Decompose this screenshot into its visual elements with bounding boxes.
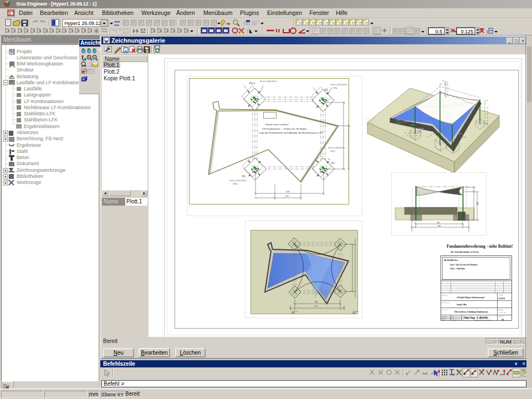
svg-text:520: 520 — [314, 305, 318, 308]
svg-text:PROJEKT :: PROJEKT : — [442, 295, 449, 296]
svg-text:Köcher 0,45/0,45/0,5 t: Köcher 0,45/0,45/0,5 t — [330, 84, 347, 86]
svg-text:bearbeitet: bearbeitet — [442, 318, 447, 319]
svg-text:Anfang: Anfang — [498, 294, 503, 296]
svg-text:Segel - Typ1 (Ferrari 502,: Segel - Typ1 (Ferrari 502, Batyline) — [450, 264, 478, 266]
svg-text:12/013: 12/013 — [498, 297, 505, 300]
svg-text:4-Punkt Hypar Schattensegel: 4-Punkt Hypar Schattensegel — [457, 296, 485, 299]
svg-text:?: ? — [257, 19, 259, 23]
svg-text:Ø35: Ø35 — [291, 312, 295, 314]
svg-text:Ø35: Ø35 — [252, 171, 256, 173]
svg-text:F1: F1 — [325, 88, 328, 91]
svg-text:Köcher 0,45/0,45/0,5 t: Köcher 0,45/0,45/0,5 t — [328, 147, 345, 149]
svg-text:Köcher 0,45/0,45/0,5 t: Köcher 0,45/0,45/0,5 t — [260, 80, 277, 83]
svg-text:F1: F1 — [328, 158, 330, 161]
svg-text:Ø35: Ø35 — [352, 312, 356, 314]
svg-text:Stadt Villa: Stadt Villa — [457, 303, 467, 306]
svg-text:gezeichnet: gezeichnet — [442, 316, 447, 317]
svg-text:26.09.12: 26.09.12 — [452, 319, 457, 320]
svg-text:mP0g: mP0g — [332, 87, 337, 89]
svg-text:5,20: 5,20 — [285, 195, 289, 197]
svg-text:cm: cm — [114, 23, 119, 27]
svg-text:Maßstab: Maßstab — [498, 309, 504, 311]
svg-text:4,60: 4,60 — [286, 191, 290, 193]
svg-text:Fundamentbewehrung - siehe Bei: Fundamentbewehrung - siehe Beiblatt! — [447, 244, 513, 249]
svg-text:01: 01 — [502, 318, 504, 321]
svg-text:1 : 50,1: 40: 1 : 50,1: 40 — [498, 311, 505, 313]
svg-text:Köcher 0,45/0,45/0,5 t: Köcher 0,45/0,45/0,5 t — [229, 180, 247, 182]
svg-text:mP0g: mP0g — [233, 183, 238, 185]
svg-text:OK Fundamente ~ -0.53m von OK: OK Fundamente ~ -0.53m von OK Boden — [262, 127, 307, 130]
svg-text:mP0g: mP0g — [330, 150, 335, 152]
svg-text:1: 1 — [486, 29, 489, 34]
svg-text:Blatt Nr: Blatt Nr — [498, 316, 503, 318]
svg-text:Lage der Fundamente nach Angab: Lage der Fundamente nach Angabe der Baul… — [259, 131, 323, 134]
svg-text:Ø35: Ø35 — [320, 171, 324, 173]
svg-text:250: 250 — [477, 202, 479, 205]
svg-text:Übersichten, Schalung Fundamen: Übersichten, Schalung Fundamente — [454, 310, 488, 313]
svg-text:F1: F1 — [331, 161, 335, 165]
svg-text:Alle Schraubenköpfe u=4.5cm: Alle Schraubenköpfe u=4.5cm — [450, 250, 479, 253]
svg-text:Hyper1 26.09.12: Hyper1 26.09.12 — [64, 21, 101, 26]
svg-text:F1.1: F1.1 — [249, 81, 255, 85]
svg-text:BAUTEIL :: BAUTEIL : — [442, 309, 449, 311]
svg-text:Seil(e) - Stahl 6mm: Seil(e) - Stahl 6mm — [450, 268, 465, 270]
svg-text:460: 460 — [315, 301, 318, 303]
svg-text:Datum: Datum — [442, 319, 445, 320]
svg-text:380: 380 — [437, 222, 440, 224]
svg-text:0.125: 0.125 — [461, 29, 473, 34]
svg-text:BAUHERR :: BAUHERR : — [442, 302, 450, 304]
svg-text:450: 450 — [438, 225, 441, 227]
svg-text:F1: F1 — [242, 175, 245, 178]
svg-text:0.5: 0.5 — [435, 29, 442, 34]
svg-text:MATERIALs: MATERIALs — [444, 259, 458, 262]
svg-text:Köcher nach schalen!: Köcher nach schalen! — [265, 123, 289, 126]
